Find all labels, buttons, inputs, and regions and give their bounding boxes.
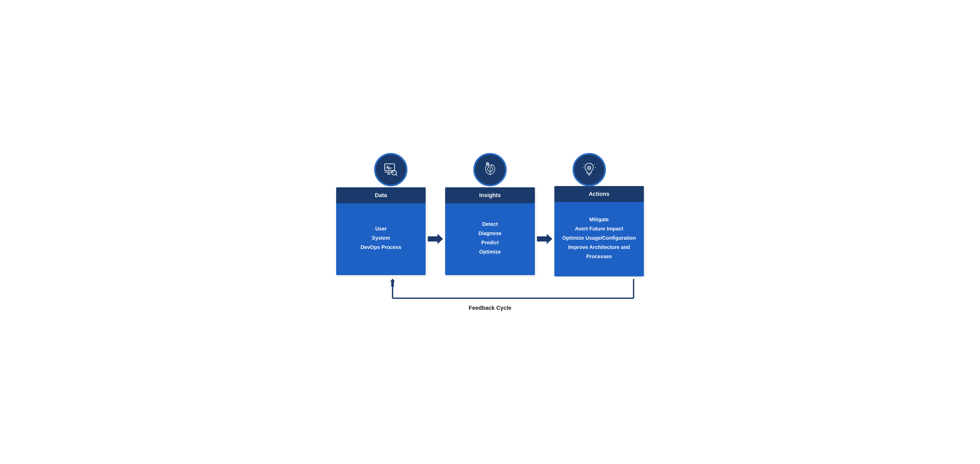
data-card-header: Data <box>336 187 426 203</box>
svg-marker-35 <box>537 234 552 244</box>
insights-icon-container <box>441 153 540 186</box>
arrow-2 <box>535 233 554 246</box>
insights-card: Insights Detect Diagnose Predict Optimiz… <box>445 187 535 275</box>
lightbulb-gear-icon <box>581 161 597 178</box>
svg-point-21 <box>589 167 590 169</box>
arrow-1 <box>426 233 445 246</box>
actions-card-title: Actions <box>589 191 609 197</box>
actions-item-mitigate: Mitigate <box>590 215 609 224</box>
feedback-row: Feedback Cycle <box>336 279 644 311</box>
data-item-devops: DevOps Process <box>361 242 401 252</box>
insights-item-predict: Predict <box>481 238 499 247</box>
arrow-2-icon <box>537 233 552 246</box>
svg-line-31 <box>594 164 595 165</box>
data-item-user: User <box>375 224 387 233</box>
svg-line-13 <box>486 163 487 163</box>
data-card-body: User System DevOps Process <box>336 203 426 275</box>
actions-card: Actions Mitigate Avert Future Impact Opt… <box>554 186 644 276</box>
arrow-1-icon <box>428 233 443 246</box>
actions-item-avert: Avert Future Impact <box>575 224 623 233</box>
actions-item-optimize: Optimize Usage/Configuration <box>562 233 636 242</box>
brain-gear-icon <box>482 161 498 178</box>
svg-line-15 <box>486 164 487 165</box>
insights-card-body: Detect Diagnose Predict Optimize <box>445 203 535 275</box>
actions-card-body: Mitigate Avert Future Impact Optimize Us… <box>554 202 644 276</box>
data-circle-icon <box>374 153 407 186</box>
svg-line-14 <box>488 164 489 165</box>
insights-item-diagnose: Diagnose <box>479 229 501 238</box>
svg-line-30 <box>584 164 584 165</box>
monitor-search-icon <box>383 161 399 178</box>
actions-card-header: Actions <box>554 186 644 202</box>
actions-item-improve: Improve Architecture and Processes <box>560 242 639 261</box>
icons-row <box>336 153 644 186</box>
svg-marker-40 <box>390 279 395 287</box>
insights-item-detect: Detect <box>482 219 498 229</box>
insights-card-header: Insights <box>445 187 535 203</box>
feedback-cycle-svg <box>341 279 639 302</box>
diagram-wrapper: Data User System DevOps Process Insights… <box>336 153 644 311</box>
svg-line-16 <box>488 163 489 163</box>
svg-marker-34 <box>428 234 443 244</box>
actions-icon-container <box>539 153 639 186</box>
data-card-title: Data <box>375 192 387 198</box>
insights-card-title: Insights <box>479 192 501 198</box>
data-icon-container <box>341 153 441 186</box>
data-card: Data User System DevOps Process <box>336 187 426 275</box>
insights-circle-icon <box>473 153 507 186</box>
actions-circle-icon <box>573 153 606 186</box>
feedback-line-container <box>341 279 639 302</box>
data-item-system: System <box>372 233 390 242</box>
svg-line-5 <box>396 174 397 176</box>
cards-row: Data User System DevOps Process Insights… <box>336 186 644 276</box>
insights-item-optimize: Optimize <box>479 247 501 257</box>
feedback-cycle-label: Feedback Cycle <box>341 305 639 311</box>
svg-rect-0 <box>385 164 395 171</box>
svg-point-8 <box>487 163 488 164</box>
